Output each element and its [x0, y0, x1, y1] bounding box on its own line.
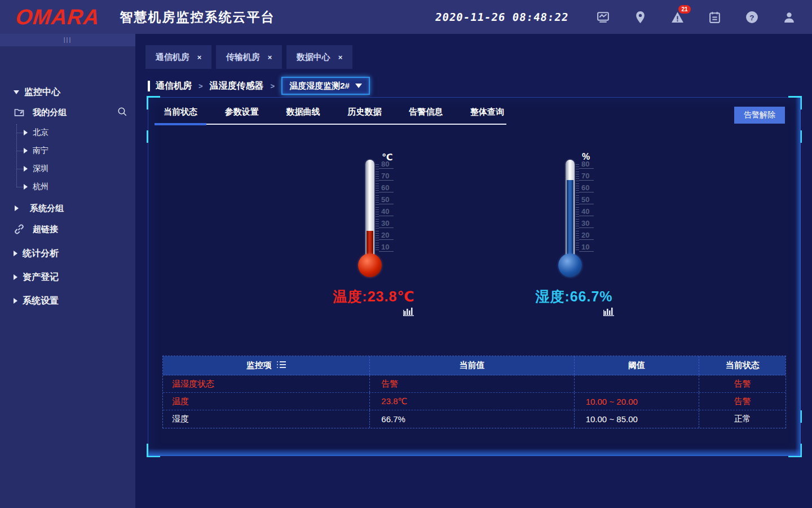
breadcrumb: 通信机房 > 温湿度传感器 > 温度湿度监测2#	[148, 77, 370, 95]
panel-edge-dash	[800, 410, 802, 423]
chevron-right-icon	[24, 130, 28, 135]
status-badge: 告警	[699, 393, 785, 410]
thermometer-bulb	[558, 253, 582, 277]
sidebar-item-nanning[interactable]: 南宁	[0, 142, 135, 159]
detail-tab-bar: 当前状态 参数设置 数据曲线 历史数据 告警信息 整体查询	[161, 107, 506, 125]
close-icon[interactable]: ×	[197, 53, 202, 62]
table-row[interactable]: 温湿度状态 告警 告警	[163, 375, 785, 393]
sidebar-collapse-handle[interactable]: |||	[0, 34, 135, 46]
chevron-down-icon	[14, 90, 19, 94]
chevron-right-icon	[14, 251, 17, 256]
sidebar-item-hyperlink[interactable]: 超链接	[0, 221, 135, 238]
scale-tick: 20	[379, 231, 394, 240]
panel-corner	[788, 96, 802, 110]
brand-logo: OMARA	[15, 5, 101, 29]
calendar-icon[interactable]	[696, 0, 733, 34]
scale-tick: 40	[579, 207, 594, 216]
monitoring-table: 监控项 当前值 阈值 当前状态 温湿度状态 告警 告警 温度	[162, 356, 786, 428]
humidity-reading: 湿度:66.7%	[501, 287, 647, 306]
panel-corner	[147, 444, 160, 457]
app-title: 智慧机房监控系统云平台	[120, 8, 275, 26]
col-current-status: 当前状态	[699, 356, 785, 375]
thermometer-tube	[566, 160, 575, 259]
search-icon[interactable]	[117, 107, 127, 119]
sidebar-item-beijing[interactable]: 北京	[0, 124, 135, 141]
chevron-right-icon	[24, 184, 28, 190]
humidity-fill	[567, 180, 573, 259]
sidebar: ||| 监控中心 我的分组 北京 南宁 深圳	[0, 34, 135, 508]
svg-text:?: ?	[749, 13, 754, 21]
col-current-value: 当前值	[370, 356, 574, 375]
scale-tick: 10	[379, 243, 394, 252]
close-icon[interactable]: ×	[338, 53, 343, 62]
table-row[interactable]: 温度 23.8℃ 10.00 ~ 20.00 告警	[163, 393, 785, 410]
tab-param-settings[interactable]: 参数设置	[223, 107, 261, 124]
sidebar-item-shenzhen[interactable]: 深圳	[0, 160, 135, 177]
panel-glow	[795, 98, 801, 456]
panel-corner	[788, 444, 802, 457]
breadcrumb-root[interactable]: 通信机房	[156, 80, 192, 92]
tab-overall-query[interactable]: 整体查询	[468, 107, 506, 124]
top-header: OMARA 智慧机房监控系统云平台 2020-11-26 08:48:22 21…	[0, 0, 812, 34]
group-icon	[14, 107, 25, 118]
alarm-clear-button[interactable]: 告警解除	[734, 107, 785, 124]
link-icon	[14, 224, 25, 235]
status-badge: 正常	[699, 410, 785, 428]
user-icon[interactable]	[770, 0, 807, 34]
panel-edge-dash	[147, 130, 148, 143]
scale-tick: 70	[379, 172, 394, 181]
temperature-thermometer: ℃ 8070605040302010	[334, 152, 413, 282]
tab-alarm-info[interactable]: 告警信息	[407, 107, 445, 124]
close-icon[interactable]: ×	[268, 53, 272, 62]
scale-tick: 30	[379, 219, 394, 228]
sidebar-item-system-group[interactable]: 系统分组	[0, 200, 135, 217]
thermometer-tube	[365, 160, 374, 259]
table-row[interactable]: 湿度 66.7% 10.00 ~ 85.00 正常	[163, 410, 785, 428]
tab-transmission-room[interactable]: 传输机房 ×	[216, 45, 282, 69]
col-monitor-item: 监控项	[246, 360, 272, 371]
humidity-thermometer: % 8070605040302010	[535, 152, 614, 282]
header-toolbar: 2020-11-26 08:48:22 21 ?	[435, 0, 812, 34]
help-icon[interactable]: ?	[733, 0, 770, 34]
monitor-chart-icon[interactable]	[584, 0, 621, 34]
scale-tick: 60	[579, 183, 594, 192]
temperature-reading: 温度:23.8℃	[301, 287, 447, 306]
tab-history-data[interactable]: 历史数据	[345, 107, 383, 124]
humidity-chart-icon[interactable]	[501, 305, 705, 317]
breadcrumb-parent[interactable]: 温湿度传感器	[210, 80, 264, 92]
scale-tick: 10	[579, 243, 594, 252]
chevron-right-icon	[14, 298, 17, 304]
chevron-right-icon	[24, 148, 28, 154]
col-threshold: 阈值	[575, 356, 700, 375]
chevron-right-icon	[14, 274, 17, 280]
sidebar-item-assets[interactable]: 资产登记	[0, 269, 135, 286]
alarm-warning-icon[interactable]: 21	[659, 0, 696, 34]
tab-data-center[interactable]: 数据中心 ×	[286, 45, 352, 69]
scale-tick: 80	[379, 160, 394, 169]
sidebar-item-monitor-center[interactable]: 监控中心	[0, 84, 135, 100]
thermometer-bulb	[358, 253, 382, 277]
scale-tick: 30	[579, 219, 594, 228]
temperature-chart-icon[interactable]	[301, 305, 508, 317]
chevron-right-icon	[15, 205, 19, 211]
alarm-count-badge: 21	[678, 5, 691, 14]
panel-glow	[148, 448, 800, 456]
room-tab-bar: 通信机房 × 传输机房 × 数据中心 ×	[145, 45, 352, 69]
panel-corner	[147, 96, 160, 110]
tab-data-curve[interactable]: 数据曲线	[284, 107, 323, 124]
sidebar-item-hangzhou[interactable]: 杭州	[0, 178, 135, 195]
sidebar-item-stats[interactable]: 统计分析	[0, 245, 135, 262]
breadcrumb-accent-bar	[148, 81, 150, 91]
device-selector-dropdown[interactable]: 温度湿度监测2#	[281, 77, 370, 95]
tab-comm-room[interactable]: 通信机房 ×	[145, 45, 211, 69]
temperature-scale: 8070605040302010	[379, 160, 401, 259]
list-icon[interactable]	[276, 360, 286, 371]
sidebar-item-my-group[interactable]: 我的分组	[0, 104, 135, 121]
sidebar-item-settings[interactable]: 系统设置	[0, 292, 135, 309]
tab-current-status[interactable]: 当前状态	[161, 107, 200, 124]
location-pin-icon[interactable]	[621, 0, 659, 34]
scale-tick: 60	[379, 183, 394, 192]
table-header-row: 监控项 当前值 阈值 当前状态	[163, 356, 785, 375]
scale-tick: 80	[579, 160, 594, 169]
scale-tick: 20	[579, 231, 594, 240]
